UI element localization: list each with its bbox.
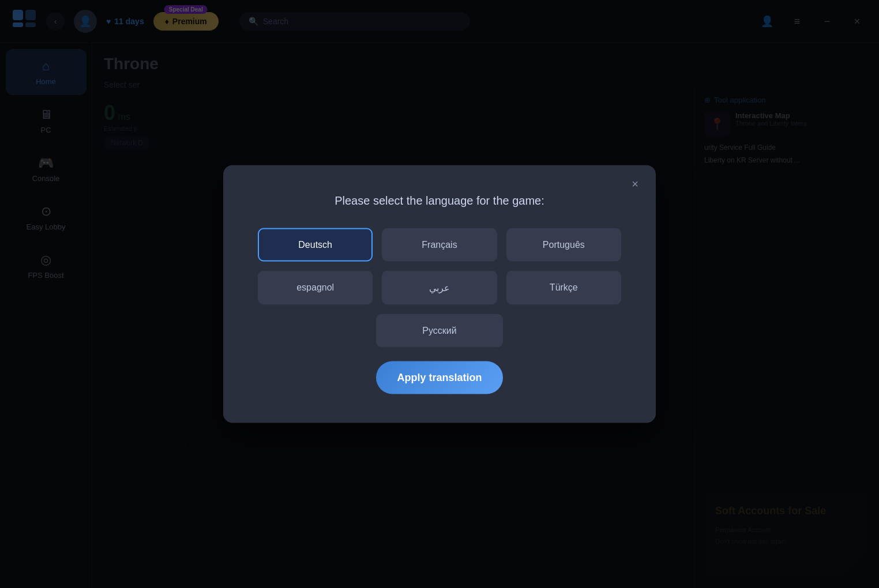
russian-row: Русский (258, 314, 621, 348)
language-btn-arabi[interactable]: عربي (382, 271, 497, 305)
apply-translation-button[interactable]: Apply translation (376, 361, 503, 394)
language-btn-deutsch[interactable]: Deutsch (258, 228, 373, 262)
language-btn-francais[interactable]: Français (382, 228, 497, 262)
language-selection-modal: × Please select the language for the gam… (223, 165, 656, 423)
language-btn-portugues[interactable]: Português (506, 228, 621, 262)
language-btn-turkce[interactable]: Türkçe (506, 271, 621, 305)
language-btn-espagnol[interactable]: espagnol (258, 271, 373, 305)
modal-title: Please select the language for the game: (258, 194, 621, 208)
language-btn-russian[interactable]: Русский (376, 314, 503, 348)
modal-close-button[interactable]: × (626, 175, 644, 193)
language-grid: Deutsch Français Português espagnol عربي… (258, 228, 621, 305)
